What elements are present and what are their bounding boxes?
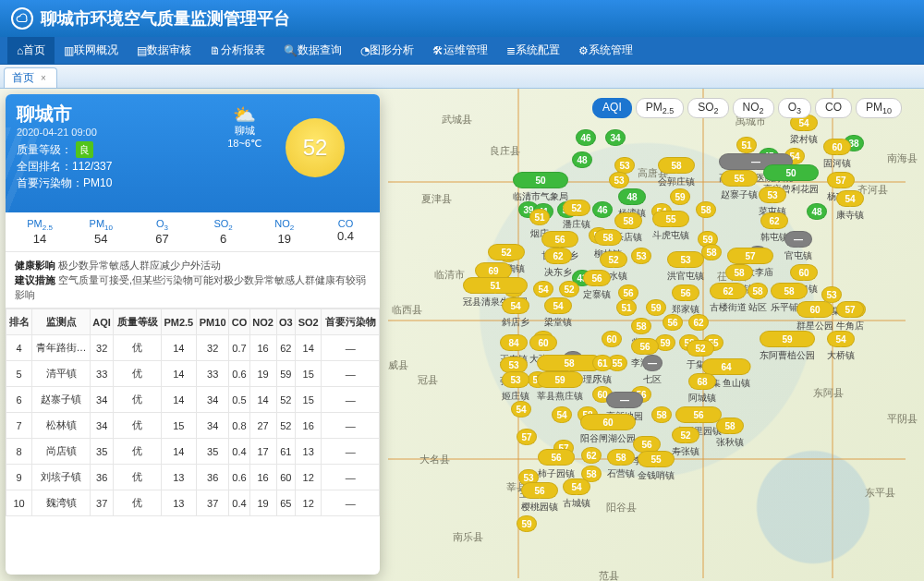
station-marker[interactable]: 46 [576,129,596,146]
table-header[interactable]: SO2 [296,309,322,335]
station-marker[interactable]: 58站区 [748,283,768,314]
station-marker[interactable]: —七区 [642,355,663,386]
table-row[interactable]: 6赵寨子镇34优14340.5145215— [6,387,380,413]
geo-label: 临清市 [434,268,465,282]
station-marker[interactable]: 62 [581,447,602,464]
table-row[interactable]: 4青年路街…32优14320.7166214— [6,335,380,361]
station-marker[interactable]: 59东阿曹植公园 [760,331,815,362]
station-marker[interactable]: 57牛角店 [836,301,864,333]
station-marker[interactable]: 56郑家镇 [672,284,699,316]
station-marker[interactable]: 60阳谷闸湖公园 [580,414,636,445]
station-marker[interactable]: 56樱桃园镇 [521,482,558,514]
table-header[interactable]: PM2.5 [161,309,196,335]
station-marker[interactable]: 53洪官屯镇 [667,251,704,283]
station-marker[interactable]: 57 [517,429,537,445]
station-marker[interactable]: 51 [736,137,757,153]
station-marker[interactable]: 54古城镇 [563,478,590,510]
station-marker[interactable]: 58 [696,201,716,218]
station-marker[interactable]: 68阿城镇 [688,373,716,405]
station-marker[interactable]: 52潘庄镇 [563,200,590,231]
station-marker[interactable]: 46 [592,201,613,218]
station-marker[interactable]: 59 [670,188,690,205]
station-marker[interactable]: 54梁堂镇 [544,297,572,329]
pollutant-chip[interactable]: NO2 [733,98,774,118]
station-marker[interactable]: 54梁村镇 [790,115,818,146]
table-header[interactable]: PM10 [197,309,229,335]
table-row[interactable]: 10魏湾镇37优13370.4196512— [6,490,380,516]
table-row[interactable]: 8尚店镇35优14350.4176113— [6,439,380,465]
nav-item-0[interactable]: ⌂首页 [7,37,55,64]
station-marker[interactable]: 58石营镇 [607,449,635,480]
pollutant-chip[interactable]: AQI [592,98,632,118]
table-header[interactable]: 监测点 [32,309,91,335]
table-row[interactable]: 5清平镇33优14330.6195915— [6,361,380,387]
station-marker[interactable]: 54斜店乡 [502,297,529,329]
station-marker[interactable]: 51 [616,299,637,316]
station-marker[interactable]: 54 [511,401,531,418]
pollutant-chip[interactable]: PM2.5 [636,98,685,118]
station-marker[interactable]: 60群星公园 [796,301,833,333]
nav-item-3[interactable]: 🗎分析报表 [201,37,274,64]
pollutant-chip[interactable]: SO2 [687,98,728,118]
station-marker[interactable]: 54康寺镇 [836,190,864,222]
table-header[interactable]: O3 [276,309,296,335]
station-marker[interactable]: 56柿子园镇 [538,449,575,480]
station-marker[interactable]: 59莘县燕庄镇 [537,371,583,403]
table-header[interactable]: 排名 [6,309,32,335]
station-marker[interactable]: 62决东乡 [544,248,572,279]
nav-item-4[interactable]: 🔍数据查询 [274,37,351,64]
station-marker[interactable]: 62 [688,314,709,331]
table-row[interactable]: 9刘垓子镇36优13360.6166012— [6,465,380,490]
tab-home[interactable]: 首页 × [4,67,57,88]
station-marker[interactable]: 54 [552,406,572,423]
nav-item-7[interactable]: ≣系统配置 [497,37,569,64]
station-marker[interactable]: 59 [517,515,537,532]
station-marker[interactable]: 53 [631,248,651,264]
marker-value: 58 [658,157,695,174]
table-header[interactable]: CO [229,309,249,335]
station-marker[interactable]: 58 [651,406,672,423]
nav-item-2[interactable]: ▤数据审核 [128,37,201,64]
station-marker[interactable]: 52寿张镇 [672,427,699,458]
pie-icon: ◔ [360,44,370,57]
station-marker[interactable]: 50临清市气象局 [513,172,568,203]
station-marker[interactable]: 52 [559,281,579,297]
station-marker[interactable]: 58张秋镇 [716,418,744,449]
nav-item-1[interactable]: ▥联网概况 [55,37,128,64]
station-marker[interactable]: 34 [605,129,626,146]
station-marker[interactable]: 58会郭庄镇 [658,157,695,188]
station-marker[interactable]: 53 [609,172,629,188]
station-marker[interactable]: 55金钱哨镇 [638,451,675,482]
station-marker[interactable]: 53姬庄镇 [502,371,529,403]
station-marker[interactable]: —官屯镇 [784,231,812,262]
pollutant-chip[interactable]: O3 [778,98,811,118]
station-marker[interactable]: 58 [701,244,722,260]
marker-label: 水镇 [592,373,613,386]
station-marker[interactable]: 62古楼街道 [710,283,747,314]
station-marker[interactable]: 48 [807,203,827,220]
table-header[interactable]: 首要污染物 [322,309,380,335]
station-table-wrap[interactable]: 排名监测点AQI质量等级PM2.5PM10CONO2O3SO2首要污染物 4青年… [6,309,380,575]
table-row[interactable]: 7松林镇34优15340.8275216— [6,413,380,439]
station-marker[interactable]: 61水镇 [592,355,613,386]
pollutant-chip[interactable]: CO [815,98,852,118]
nav-item-8[interactable]: ⚙系统管理 [569,37,642,64]
station-table: 排名监测点AQI质量等级PM2.5PM10CONO2O3SO2首要污染物 4青年… [6,309,380,516]
marker-label: 会郭庄镇 [658,176,695,188]
nav-item-6[interactable]: 🛠运维管理 [423,37,497,64]
pollutant-chip[interactable]: PM10 [856,98,902,118]
table-header[interactable]: AQI [90,309,114,335]
station-marker[interactable]: 54大桥镇 [827,331,855,362]
station-marker[interactable]: 56定寨镇 [583,270,611,301]
nav-item-5[interactable]: ◔图形分析 [351,37,423,64]
station-marker[interactable]: 54 [533,281,553,297]
station-marker[interactable]: 48 [572,151,592,168]
station-marker[interactable]: 55赵寨子镇 [721,170,758,201]
station-marker[interactable]: 56 [663,314,683,331]
station-marker[interactable]: 55斗虎屯镇 [652,211,689,242]
table-header[interactable]: NO2 [249,309,276,335]
station-marker[interactable]: 60 [602,331,622,347]
station-marker[interactable]: 60固河镇 [823,139,851,170]
close-icon[interactable]: × [38,73,49,84]
table-header[interactable]: 质量等级 [114,309,161,335]
